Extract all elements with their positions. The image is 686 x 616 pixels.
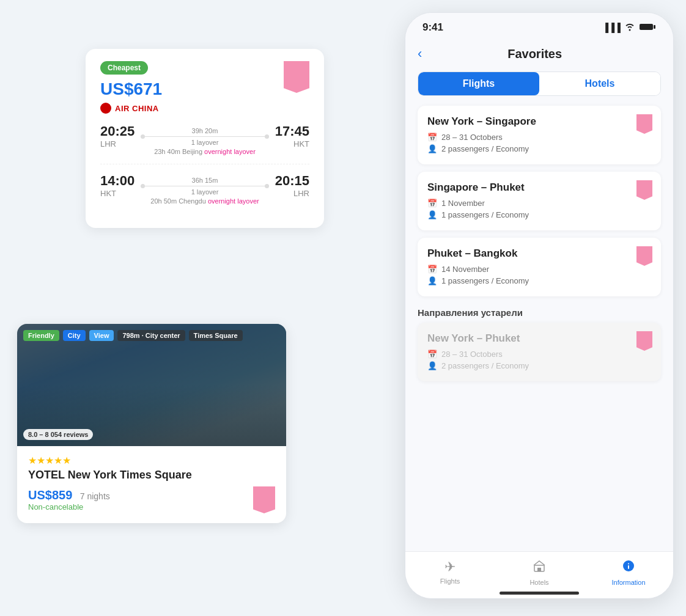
expired-card-1[interactable]: New York – Phuket 📅 28 – 31 Octobers 👤 2…: [418, 323, 661, 381]
airline-logo: AIR CHINA: [100, 103, 309, 114]
expired-date-1: 📅 28 – 31 Octobers: [427, 350, 651, 359]
calendar-icon-1: 📅: [427, 133, 437, 142]
tab-hotels[interactable]: Hotels: [539, 72, 660, 95]
favorites-list: New York – Singapore 📅 28 – 31 Octobers …: [405, 106, 673, 296]
fav-date-2: 📅 1 November: [427, 199, 651, 208]
leg2-arrive-airport: LHR: [275, 189, 309, 198]
hotel-tags: Friendly City View 798m · City center Ti…: [23, 330, 243, 341]
svg-rect-5: [628, 565, 629, 569]
signal-icon: ▐▐▐: [602, 23, 621, 32]
hotel-nights: 7 nights: [80, 491, 110, 501]
leg2-depart-time: 14:00: [100, 173, 135, 189]
fav-card-2[interactable]: Singapore – Phuket 📅 1 November 👤 1 pass…: [418, 172, 661, 230]
hotel-tag-city: City: [63, 330, 86, 341]
leg2-duration: 36h 15m: [192, 177, 218, 184]
battery-icon: [639, 23, 656, 33]
tab-flights[interactable]: Flights: [418, 72, 539, 95]
leg2-line: 36h 15m 1 layover 20h 50m Chengdu overni…: [141, 173, 268, 205]
fav-bookmark-3[interactable]: [636, 246, 652, 266]
person-icon-exp-1: 👤: [427, 361, 437, 370]
nav-information[interactable]: Information: [584, 559, 673, 586]
leg-divider: [100, 164, 309, 164]
hotel-room-view: [17, 324, 286, 446]
hotel-pricing: US$859 7 nights Non-cancelable: [28, 488, 110, 512]
home-indicator: [500, 592, 579, 595]
flights-nav-icon: ✈: [444, 559, 455, 575]
leg1-layover-detail: 23h 40m Beijing overnight layover: [154, 148, 256, 155]
fav-bookmark-2[interactable]: [636, 180, 652, 200]
nav-hotels-label: Hotels: [529, 579, 548, 586]
hotel-price: US$859: [28, 488, 72, 502]
calendar-icon-3: 📅: [427, 265, 437, 274]
status-icons: ▐▐▐: [602, 23, 656, 33]
fav-route-3: Phuket – Bangkok: [427, 248, 651, 260]
page-title: Favorites: [427, 47, 643, 61]
nav-hotels[interactable]: Hotels: [495, 559, 584, 586]
leg1-overnight: overnight layover: [204, 148, 256, 155]
information-nav-icon: [622, 559, 635, 576]
hotel-name: YOTEL New York Times Square: [28, 469, 275, 482]
hotel-tag-view: View: [89, 330, 114, 341]
air-china-icon: [100, 103, 111, 114]
fav-route-1: New York – Singapore: [427, 116, 651, 128]
leg2-overnight: overnight layover: [208, 197, 259, 205]
wifi-icon: [624, 23, 635, 33]
flight-leg-2: 14:00 HKT 36h 15m 1 layover 20h 50m Chen…: [100, 173, 309, 205]
status-time: 9:41: [422, 21, 443, 34]
hotels-nav-icon: [533, 559, 546, 576]
fav-card-3[interactable]: Phuket – Bangkok 📅 14 November 👤 1 passe…: [418, 238, 661, 296]
person-icon-1: 👤: [427, 144, 437, 153]
leg1-flight-line: [141, 136, 268, 137]
tab-bar: Flights Hotels: [418, 72, 661, 96]
flight-bookmark-button[interactable]: [284, 61, 309, 93]
nav-info-label: Information: [611, 579, 645, 586]
hotel-image: Friendly City View 798m · City center Ti…: [17, 324, 286, 446]
leg2-flight-line: [141, 186, 268, 186]
leg2-depart-airport: HKT: [100, 189, 135, 198]
hotel-tag-distance: 798m · City center: [117, 330, 185, 341]
calendar-icon-2: 📅: [427, 199, 437, 208]
person-icon-2: 👤: [427, 210, 437, 219]
leg2-arrive-time: 20:15: [275, 173, 309, 189]
flight-leg-1: 20:25 LHR 39h 20m 1 layover 23h 40m Beij…: [100, 123, 309, 155]
hotel-tag-area: Times Square: [189, 330, 243, 341]
fav-date-3: 📅 14 November: [427, 265, 651, 274]
expired-favorites-list: New York – Phuket 📅 28 – 31 Octobers 👤 2…: [405, 323, 673, 381]
hotel-card: Friendly City View 798m · City center Ti…: [17, 324, 286, 523]
svg-rect-1: [654, 25, 655, 29]
phone-header: ‹ Favorites: [405, 38, 673, 72]
nav-flights-label: Flights: [440, 578, 460, 585]
leg2-layover-detail: 20h 50m Chengdu overnight layover: [150, 197, 259, 205]
fav-passengers-1: 👤 2 passengers / Economy: [427, 144, 651, 153]
leg2-layover: 1 layover: [191, 188, 219, 196]
fav-card-1[interactable]: New York – Singapore 📅 28 – 31 Octobers …: [418, 106, 661, 164]
expired-bookmark-1[interactable]: [636, 331, 652, 351]
expired-section-label: Направления устарели: [405, 305, 673, 323]
hotel-non-cancel: Non-cancelable: [28, 502, 110, 512]
airline-name: AIR CHINA: [115, 104, 159, 113]
svg-rect-0: [640, 24, 653, 30]
back-button[interactable]: ‹: [418, 43, 427, 64]
phone-mockup: 9:41 ▐▐▐ ‹ Favorites Flights Hotels: [405, 12, 674, 599]
hotel-tag-friendly: Friendly: [23, 330, 59, 341]
person-icon-3: 👤: [427, 276, 437, 285]
leg1-line: 39h 20m 1 layover 23h 40m Beijing overni…: [141, 123, 268, 155]
leg1-layover: 1 layover: [191, 139, 219, 146]
fav-bookmark-1[interactable]: [636, 114, 652, 134]
hotel-info: ★★★★★ YOTEL New York Times Square US$859…: [17, 446, 286, 523]
leg1-arrive-airport: HKT: [275, 139, 309, 148]
leg1-arrive-time: 17:45: [275, 123, 309, 139]
expired-passengers-1: 👤 2 passengers / Economy: [427, 361, 651, 370]
nav-flights[interactable]: ✈ Flights: [405, 559, 495, 586]
flight-card: Cheapest US$671 AIR CHINA 20:25 LHR 39h …: [86, 49, 324, 228]
fav-date-1: 📅 28 – 31 Octobers: [427, 133, 651, 142]
hotel-stars: ★★★★★: [28, 455, 275, 466]
svg-rect-6: [628, 563, 629, 565]
hotel-bookmark-button[interactable]: [253, 486, 275, 513]
fav-passengers-3: 👤 1 passengers / Economy: [427, 276, 651, 285]
calendar-icon-exp-1: 📅: [427, 350, 437, 359]
flight-price: US$671: [100, 79, 309, 99]
cheapest-badge: Cheapest: [100, 61, 148, 75]
expired-route-1: New York – Phuket: [427, 332, 651, 345]
hotel-rating-badge: 8.0 – 8 054 reviews: [23, 429, 93, 440]
